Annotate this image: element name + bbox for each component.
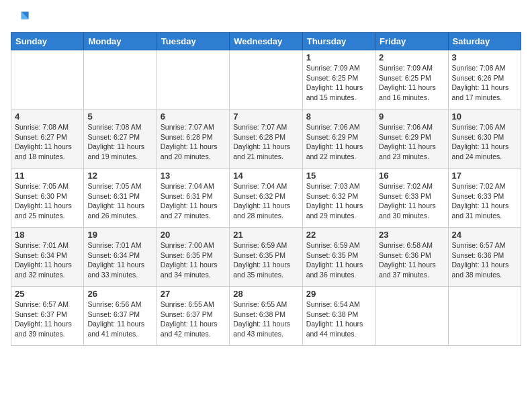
- day-info: Sunrise: 7:02 AM Sunset: 6:33 PM Dayligh…: [379, 181, 444, 221]
- day-number: 23: [379, 230, 444, 240]
- weekday-header: SundayMondayTuesdayWednesdayThursdayFrid…: [11, 33, 521, 50]
- day-number: 27: [161, 289, 226, 299]
- weekday-friday: Friday: [375, 33, 448, 50]
- day-cell: 29Sunrise: 6:54 AM Sunset: 6:38 PM Dayli…: [302, 287, 375, 346]
- day-number: 4: [15, 111, 80, 122]
- day-cell: 27Sunrise: 6:55 AM Sunset: 6:37 PM Dayli…: [157, 287, 229, 346]
- day-number: 22: [306, 230, 371, 240]
- day-info: Sunrise: 7:02 AM Sunset: 6:33 PM Dayligh…: [452, 181, 517, 221]
- header: [11, 8, 521, 27]
- day-number: 3: [452, 52, 517, 62]
- day-info: Sunrise: 7:04 AM Sunset: 6:32 PM Dayligh…: [233, 181, 298, 221]
- day-cell: 4Sunrise: 7:08 AM Sunset: 6:27 PM Daylig…: [11, 109, 84, 169]
- day-number: 8: [306, 111, 371, 122]
- day-cell: 8Sunrise: 7:06 AM Sunset: 6:29 PM Daylig…: [302, 109, 375, 169]
- day-cell: 7Sunrise: 7:07 AM Sunset: 6:28 PM Daylig…: [230, 109, 302, 169]
- day-number: 25: [15, 289, 80, 299]
- day-cell: [448, 287, 521, 346]
- day-cell: 25Sunrise: 6:57 AM Sunset: 6:37 PM Dayli…: [11, 287, 84, 346]
- day-number: 20: [161, 230, 226, 240]
- day-info: Sunrise: 6:59 AM Sunset: 6:35 PM Dayligh…: [306, 240, 371, 280]
- day-cell: 12Sunrise: 7:05 AM Sunset: 6:31 PM Dayli…: [84, 169, 157, 228]
- day-info: Sunrise: 7:00 AM Sunset: 6:35 PM Dayligh…: [161, 240, 226, 280]
- day-number: 1: [306, 52, 371, 62]
- day-number: 16: [379, 171, 444, 181]
- day-cell: 13Sunrise: 7:04 AM Sunset: 6:31 PM Dayli…: [157, 169, 229, 228]
- day-cell: [375, 287, 448, 346]
- day-info: Sunrise: 7:04 AM Sunset: 6:31 PM Dayligh…: [161, 181, 226, 221]
- day-info: Sunrise: 7:05 AM Sunset: 6:30 PM Dayligh…: [15, 181, 80, 221]
- weekday-tuesday: Tuesday: [157, 33, 229, 50]
- day-cell: 20Sunrise: 7:00 AM Sunset: 6:35 PM Dayli…: [157, 228, 229, 287]
- day-cell: 11Sunrise: 7:05 AM Sunset: 6:30 PM Dayli…: [11, 169, 84, 228]
- week-row-2: 11Sunrise: 7:05 AM Sunset: 6:30 PM Dayli…: [11, 169, 521, 228]
- day-info: Sunrise: 7:05 AM Sunset: 6:31 PM Dayligh…: [87, 181, 152, 221]
- day-number: 15: [306, 171, 371, 181]
- day-number: 12: [87, 171, 152, 181]
- week-row-4: 25Sunrise: 6:57 AM Sunset: 6:37 PM Dayli…: [11, 287, 521, 346]
- day-info: Sunrise: 7:07 AM Sunset: 6:28 PM Dayligh…: [233, 122, 298, 162]
- day-info: Sunrise: 7:06 AM Sunset: 6:30 PM Dayligh…: [452, 122, 517, 162]
- day-cell: 23Sunrise: 6:58 AM Sunset: 6:36 PM Dayli…: [375, 228, 448, 287]
- calendar: SundayMondayTuesdayWednesdayThursdayFrid…: [11, 32, 521, 346]
- day-cell: [11, 50, 84, 109]
- day-cell: 21Sunrise: 6:59 AM Sunset: 6:35 PM Dayli…: [230, 228, 302, 287]
- day-cell: 15Sunrise: 7:03 AM Sunset: 6:32 PM Dayli…: [302, 169, 375, 228]
- day-cell: 1Sunrise: 7:09 AM Sunset: 6:25 PM Daylig…: [302, 50, 375, 109]
- day-info: Sunrise: 7:09 AM Sunset: 6:25 PM Dayligh…: [306, 63, 371, 103]
- day-number: 7: [233, 111, 298, 122]
- day-info: Sunrise: 7:03 AM Sunset: 6:32 PM Dayligh…: [306, 181, 371, 221]
- weekday-thursday: Thursday: [302, 33, 375, 50]
- day-number: 10: [452, 111, 517, 122]
- day-number: 19: [87, 230, 152, 240]
- day-info: Sunrise: 7:01 AM Sunset: 6:34 PM Dayligh…: [15, 240, 80, 280]
- day-cell: 26Sunrise: 6:56 AM Sunset: 6:37 PM Dayli…: [84, 287, 157, 346]
- day-info: Sunrise: 6:58 AM Sunset: 6:36 PM Dayligh…: [379, 240, 444, 280]
- calendar-body: 1Sunrise: 7:09 AM Sunset: 6:25 PM Daylig…: [11, 50, 521, 346]
- day-info: Sunrise: 7:07 AM Sunset: 6:28 PM Dayligh…: [161, 122, 226, 162]
- day-cell: 18Sunrise: 7:01 AM Sunset: 6:34 PM Dayli…: [11, 228, 84, 287]
- day-number: 18: [15, 230, 80, 240]
- day-cell: [230, 50, 302, 109]
- day-number: 17: [452, 171, 517, 181]
- day-cell: 17Sunrise: 7:02 AM Sunset: 6:33 PM Dayli…: [448, 169, 521, 228]
- day-number: 2: [379, 52, 444, 62]
- day-cell: 6Sunrise: 7:07 AM Sunset: 6:28 PM Daylig…: [157, 109, 229, 169]
- day-number: 26: [87, 289, 152, 299]
- day-info: Sunrise: 6:57 AM Sunset: 6:37 PM Dayligh…: [15, 300, 80, 339]
- day-info: Sunrise: 7:01 AM Sunset: 6:34 PM Dayligh…: [87, 240, 152, 280]
- day-cell: [157, 50, 229, 109]
- day-cell: 14Sunrise: 7:04 AM Sunset: 6:32 PM Dayli…: [230, 169, 302, 228]
- day-cell: 5Sunrise: 7:08 AM Sunset: 6:27 PM Daylig…: [84, 109, 157, 169]
- day-cell: 9Sunrise: 7:06 AM Sunset: 6:29 PM Daylig…: [375, 109, 448, 169]
- day-info: Sunrise: 7:06 AM Sunset: 6:29 PM Dayligh…: [306, 122, 371, 162]
- weekday-wednesday: Wednesday: [230, 33, 302, 50]
- day-number: 9: [379, 111, 444, 122]
- day-info: Sunrise: 7:08 AM Sunset: 6:26 PM Dayligh…: [452, 63, 517, 103]
- day-cell: 3Sunrise: 7:08 AM Sunset: 6:26 PM Daylig…: [448, 50, 521, 109]
- day-cell: 28Sunrise: 6:55 AM Sunset: 6:38 PM Dayli…: [230, 287, 302, 346]
- day-number: 29: [306, 289, 371, 299]
- week-row-0: 1Sunrise: 7:09 AM Sunset: 6:25 PM Daylig…: [11, 50, 521, 109]
- day-info: Sunrise: 7:06 AM Sunset: 6:29 PM Dayligh…: [379, 122, 444, 162]
- day-number: 14: [233, 171, 298, 181]
- day-cell: 24Sunrise: 6:57 AM Sunset: 6:36 PM Dayli…: [448, 228, 521, 287]
- day-cell: 19Sunrise: 7:01 AM Sunset: 6:34 PM Dayli…: [84, 228, 157, 287]
- week-row-3: 18Sunrise: 7:01 AM Sunset: 6:34 PM Dayli…: [11, 228, 521, 287]
- day-info: Sunrise: 7:09 AM Sunset: 6:25 PM Dayligh…: [379, 63, 444, 103]
- weekday-monday: Monday: [84, 33, 157, 50]
- day-info: Sunrise: 7:08 AM Sunset: 6:27 PM Dayligh…: [87, 122, 152, 162]
- day-cell: 16Sunrise: 7:02 AM Sunset: 6:33 PM Dayli…: [375, 169, 448, 228]
- day-info: Sunrise: 6:57 AM Sunset: 6:36 PM Dayligh…: [452, 240, 517, 280]
- day-info: Sunrise: 6:56 AM Sunset: 6:37 PM Dayligh…: [87, 300, 152, 339]
- logo: [11, 8, 32, 27]
- day-number: 24: [452, 230, 517, 240]
- week-row-1: 4Sunrise: 7:08 AM Sunset: 6:27 PM Daylig…: [11, 109, 521, 169]
- day-info: Sunrise: 6:54 AM Sunset: 6:38 PM Dayligh…: [306, 300, 371, 339]
- day-info: Sunrise: 6:59 AM Sunset: 6:35 PM Dayligh…: [233, 240, 298, 280]
- day-cell: 10Sunrise: 7:06 AM Sunset: 6:30 PM Dayli…: [448, 109, 521, 169]
- day-cell: 2Sunrise: 7:09 AM Sunset: 6:25 PM Daylig…: [375, 50, 448, 109]
- day-cell: 22Sunrise: 6:59 AM Sunset: 6:35 PM Dayli…: [302, 228, 375, 287]
- day-number: 28: [233, 289, 298, 299]
- weekday-saturday: Saturday: [448, 33, 521, 50]
